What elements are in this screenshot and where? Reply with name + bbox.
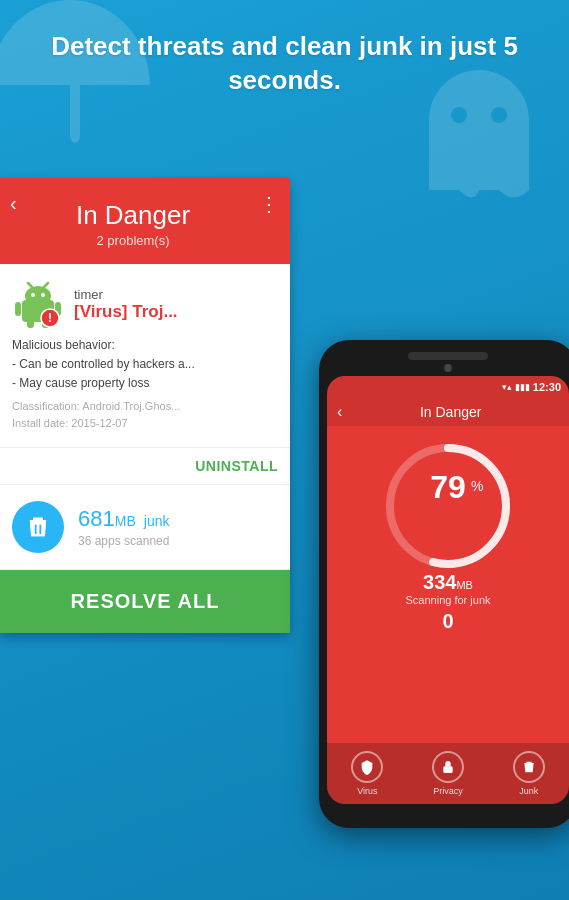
svg-text:79: 79	[430, 469, 466, 505]
lock-icon	[432, 751, 464, 783]
uninstall-button[interactable]: UNINSTALL	[195, 458, 278, 474]
virus-item: ! timer [Virus] Troj... Malicious behavi…	[0, 264, 290, 448]
uninstall-section[interactable]: UNINSTALL	[0, 448, 290, 485]
svg-point-7	[25, 286, 51, 306]
phone-nav-virus[interactable]: Virus	[351, 751, 383, 796]
trash-icon	[12, 501, 64, 553]
phone-status-bar: ▾▴ ▮▮▮ 12:30	[327, 376, 569, 398]
junk-item: 681MB junk 36 apps scanned	[0, 485, 290, 570]
virus-threat-name: [Virus] Troj...	[74, 302, 278, 322]
back-button[interactable]: ‹	[10, 192, 17, 215]
more-button[interactable]: ⋮	[259, 192, 280, 216]
virus-description: Malicious behavior: - Can be controlled …	[12, 336, 278, 394]
progress-gauge: 79 %	[378, 436, 518, 576]
virus-info: timer [Virus] Troj...	[74, 287, 278, 322]
card-subtitle: 2 problem(s)	[16, 233, 250, 248]
gauge-container: 79 % 334MB Scanning for junk 0	[327, 426, 569, 638]
phone-nav-privacy[interactable]: Privacy	[432, 751, 464, 796]
phone-speaker	[408, 352, 488, 360]
privacy-nav-label: Privacy	[433, 786, 463, 796]
svg-rect-14	[27, 320, 34, 328]
junk-info: 681MB junk 36 apps scanned	[78, 506, 170, 548]
gauge-zero: 0	[442, 610, 453, 633]
phone-outer: ▾▴ ▮▮▮ 12:30 ‹ In Danger 79 %	[319, 340, 569, 828]
svg-text:%: %	[471, 478, 483, 494]
card-title: In Danger	[16, 200, 250, 231]
signal-icon: ▮▮▮	[515, 382, 530, 392]
svg-rect-25	[443, 766, 452, 773]
phone-screen: ▾▴ ▮▮▮ 12:30 ‹ In Danger 79 %	[327, 376, 569, 804]
resolve-all-button[interactable]: RESOLVE ALL	[0, 570, 290, 633]
virus-nav-label: Virus	[357, 786, 377, 796]
phone-nav-junk[interactable]: Junk	[513, 751, 545, 796]
svg-point-9	[41, 293, 45, 297]
junk-nav-label: Junk	[519, 786, 538, 796]
svg-point-4	[451, 107, 467, 123]
gauge-label: Scanning for junk	[406, 594, 491, 606]
status-time: 12:30	[533, 381, 561, 393]
phone-bottom-nav: Virus Privacy	[327, 743, 569, 804]
gauge-mb-value: 334MB	[423, 571, 473, 594]
svg-text:!: !	[48, 311, 52, 325]
trash-nav-icon	[513, 751, 545, 783]
shield-icon	[351, 751, 383, 783]
virus-classification: Classification: Android.Troj.Ghos... Ins…	[12, 398, 278, 433]
virus-item-header: ! timer [Virus] Troj...	[12, 278, 278, 330]
threat-card: ‹ In Danger 2 problem(s) ⋮	[0, 178, 290, 633]
junk-size: 681MB junk	[78, 506, 170, 532]
svg-line-11	[44, 283, 48, 287]
svg-point-8	[31, 293, 35, 297]
phone-nav-title: In Danger	[342, 404, 559, 420]
phone-mockup: ▾▴ ▮▮▮ 12:30 ‹ In Danger 79 %	[319, 340, 569, 830]
tagline-text: Detect threats and clean junk in just 5 …	[51, 31, 518, 95]
phone-camera	[444, 364, 452, 372]
junk-subtitle: 36 apps scanned	[78, 534, 170, 548]
wifi-icon: ▾▴	[502, 382, 512, 392]
svg-point-5	[491, 107, 507, 123]
svg-line-10	[28, 283, 32, 287]
card-header: ‹ In Danger 2 problem(s) ⋮	[0, 178, 290, 264]
svg-rect-18	[33, 517, 42, 519]
android-icon: !	[12, 278, 64, 330]
phone-nav-bar: ‹ In Danger	[327, 398, 569, 426]
virus-app-name: timer	[74, 287, 278, 302]
card-content: ! timer [Virus] Troj... Malicious behavi…	[0, 264, 290, 633]
header-tagline: Detect threats and clean junk in just 5 …	[0, 20, 569, 108]
svg-rect-12	[15, 302, 21, 316]
svg-rect-3	[429, 120, 529, 190]
